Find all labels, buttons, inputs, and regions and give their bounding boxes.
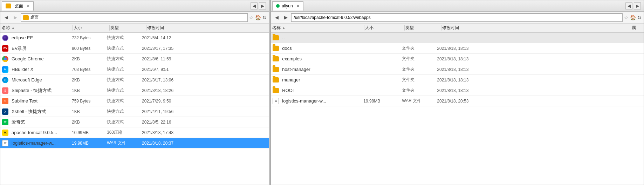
- left-refresh-icon[interactable]: ↻: [262, 15, 267, 20]
- left-back-button[interactable]: ◀: [2, 14, 10, 21]
- right-col-name-header[interactable]: 名称 ▲: [272, 25, 363, 31]
- file-name: host-manager: [282, 67, 363, 72]
- right-tab-close[interactable]: ✕: [296, 4, 300, 8]
- folder-icon: [273, 56, 279, 61]
- file-date: 2021/3/17, 17:35: [142, 46, 267, 51]
- file-size: 759 Bytes: [72, 99, 107, 104]
- right-back-button[interactable]: ◀: [273, 14, 281, 21]
- left-address-input[interactable]: 桌面: [21, 13, 248, 22]
- file-type: 快捷方式: [107, 77, 142, 83]
- right-col-size-header[interactable]: 大小: [365, 25, 404, 31]
- left-nav-prev[interactable]: ◀: [251, 2, 258, 9]
- right-forward-button[interactable]: ▶: [282, 14, 290, 21]
- file-size: 10.99MB: [72, 130, 107, 135]
- right-tab[interactable]: aliyun ✕: [272, 1, 303, 11]
- right-addr-text: /usr/local/apache-tomcat-9.0.52/webapps: [294, 15, 370, 20]
- table-row[interactable]: Google Chrome2KB快捷方式2021/8/6, 11:59: [0, 54, 269, 64]
- table-row[interactable]: examples文件夹2021/8/18, 18:13: [271, 54, 644, 64]
- left-panel: 桌面 ✕ ◀ ▶ ◀ ▶ 桌面 ☆ 🏠 ↻ 名称 ▲ 大小 类型: [0, 0, 269, 185]
- file-size: 732 Bytes: [72, 35, 107, 40]
- file-type: 快捷方式: [107, 87, 142, 93]
- edge-icon: e: [2, 77, 8, 83]
- right-home-icon[interactable]: 🏠: [630, 15, 636, 20]
- left-header-div2: [109, 25, 110, 31]
- right-nav-prev[interactable]: ◀: [625, 2, 632, 9]
- file-name: manager: [282, 77, 363, 82]
- table-row[interactable]: ..: [271, 33, 644, 43]
- folder-icon: [273, 46, 279, 51]
- left-tab[interactable]: 桌面 ✕: [2, 1, 34, 11]
- file-date: 2021/8/18, 18:13: [437, 88, 632, 93]
- table-row[interactable]: manager文件夹2021/8/18, 18:13: [271, 75, 644, 85]
- right-title-bar-left: aliyun ✕: [272, 1, 303, 11]
- file-name: docs: [282, 46, 363, 51]
- file-date: 2021/8/5, 22:16: [142, 120, 267, 125]
- left-star-icon[interactable]: ☆: [249, 15, 254, 20]
- left-col-name-header[interactable]: 名称 ▲: [2, 25, 72, 31]
- left-file-list: eclipse EE732 Bytes快捷方式2021/5/4, 14:12EV…: [0, 33, 269, 185]
- right-panel: aliyun ✕ ◀ ▶ ◀ ▶ /usr/local/apache-tomca…: [270, 0, 644, 185]
- file-name: HBuilder X: [12, 67, 72, 72]
- right-star-icon[interactable]: ☆: [624, 15, 629, 20]
- left-home-icon[interactable]: 🏠: [255, 15, 261, 20]
- right-col-type-header[interactable]: 类型: [405, 25, 440, 31]
- left-header-div1: [73, 25, 73, 31]
- table-row[interactable]: 奇爱奇艺2KB快捷方式2021/8/5, 22:16: [0, 117, 269, 127]
- table-row[interactable]: Wlogistics-manager-w...19.98MBWAR 文件2021…: [0, 138, 269, 148]
- table-row[interactable]: SSnipaste - 快捷方式1KB快捷方式2021/3/18, 18:26: [0, 85, 269, 96]
- right-col-extra-header[interactable]: 属: [632, 25, 642, 31]
- file-date: 2021/7/29, 9:50: [142, 99, 267, 104]
- left-tab-label: 桌面: [15, 3, 23, 9]
- file-date: 2021/3/18, 18:26: [142, 88, 267, 93]
- war-icon: W: [2, 140, 8, 146]
- table-row[interactable]: Wlogistics-manager-w...19.98MBWAR 文件2021…: [271, 96, 644, 106]
- table-row[interactable]: HHBuilder X703 Bytes快捷方式2021/6/7, 9:51: [0, 64, 269, 75]
- file-size: 703 Bytes: [72, 67, 107, 72]
- left-col-size-header[interactable]: 大小: [74, 25, 109, 31]
- left-col-type-header[interactable]: 类型: [110, 25, 145, 31]
- chrome-icon: [2, 56, 8, 62]
- file-type: 文件夹: [402, 87, 437, 93]
- file-date: 2021/8/18, 18:13: [437, 57, 632, 61]
- table-row[interactable]: EVEV录屏800 Bytes快捷方式2021/3/17, 17:35: [0, 43, 269, 54]
- right-address-input[interactable]: /usr/local/apache-tomcat-9.0.52/webapps: [291, 13, 623, 22]
- tomcat-icon: TC: [2, 130, 8, 136]
- folder-icon: [273, 67, 279, 72]
- file-date: 2021/3/17, 13:06: [142, 78, 267, 82]
- table-row[interactable]: TCapache-tomcat-9.0.5...10.99MB360压缩2021…: [0, 127, 269, 138]
- file-type: 文件夹: [402, 45, 437, 51]
- right-col-date-header[interactable]: 修改时间: [442, 25, 630, 31]
- file-type: 快捷方式: [107, 119, 142, 125]
- file-size: 19.98MB: [72, 141, 107, 146]
- file-type: 快捷方式: [107, 108, 142, 114]
- left-forward-button[interactable]: ▶: [12, 14, 19, 21]
- file-date: 2021/8/18, 17:48: [142, 130, 267, 135]
- right-address-bar: ◀ ▶ /usr/local/apache-tomcat-9.0.52/weba…: [271, 12, 644, 24]
- sublime-icon: S: [2, 98, 8, 104]
- file-type: 快捷方式: [107, 45, 142, 51]
- left-nav-next[interactable]: ▶: [259, 2, 266, 9]
- table-row[interactable]: eclipse EE732 Bytes快捷方式2021/5/4, 14:12: [0, 33, 269, 43]
- table-row[interactable]: XXshell - 快捷方式1KB快捷方式2021/4/11, 19:56: [0, 106, 269, 117]
- table-row[interactable]: eMicrosoft Edge2KB快捷方式2021/3/17, 13:06: [0, 75, 269, 85]
- parent-folder-icon: [273, 35, 279, 40]
- file-date: 2021/8/18, 20:53: [437, 99, 632, 104]
- left-header-div3: [146, 25, 146, 31]
- left-tab-close[interactable]: ✕: [27, 4, 30, 8]
- right-refresh-icon[interactable]: ↻: [637, 15, 642, 20]
- table-row[interactable]: host-manager文件夹2021/8/18, 18:13: [271, 64, 644, 75]
- xshell-icon: X: [2, 108, 8, 115]
- table-row[interactable]: ROOT文件夹2021/8/18, 18:13: [271, 85, 644, 96]
- left-col-date-header[interactable]: 修改时间: [147, 25, 267, 31]
- file-type: 360压缩: [107, 130, 142, 136]
- right-nav-next[interactable]: ▶: [634, 2, 641, 9]
- left-title-bar: 桌面 ✕ ◀ ▶: [0, 0, 269, 12]
- file-type: 文件夹: [402, 66, 437, 72]
- file-size: 19.98MB: [363, 99, 402, 104]
- table-row[interactable]: docs文件夹2021/8/18, 18:13: [271, 43, 644, 54]
- file-name: Snipaste - 快捷方式: [12, 87, 72, 94]
- table-row[interactable]: SSublime Text759 Bytes快捷方式2021/7/29, 9:5…: [0, 96, 269, 106]
- right-tab-dot: [276, 4, 280, 8]
- eclipse-icon: [2, 35, 8, 41]
- file-name: EV录屏: [12, 45, 72, 52]
